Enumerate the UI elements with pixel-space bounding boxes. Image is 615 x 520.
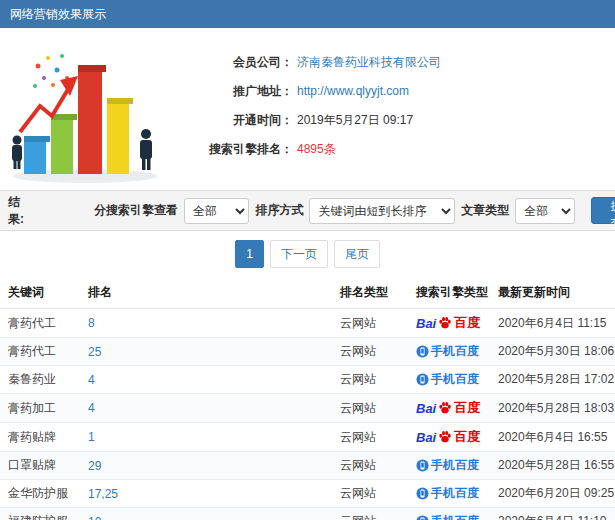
rank-cell: 8 xyxy=(80,309,332,338)
info-row-url: 推广地址： http://www.qlyyjt.com xyxy=(185,77,615,106)
table-row: 口罩贴牌 29 云网站 Bai 百度 xyxy=(0,452,615,480)
col-rank: 排名 xyxy=(80,277,332,309)
mobile-baidu-label: 手机百度 xyxy=(431,371,479,388)
rank-cell: 1 xyxy=(80,423,332,452)
updated-cell: 2020年5月28日 18:03 xyxy=(490,394,615,423)
mobile-baidu-label: 手机百度 xyxy=(431,457,479,474)
info-row-company: 会员公司： 济南秦鲁药业科技有限公司 xyxy=(185,48,615,77)
keyword-cell: 福建防护服 xyxy=(0,508,80,520)
phone-icon xyxy=(416,459,429,472)
mobile-baidu-label: 手机百度 xyxy=(431,513,479,520)
rank-cell: 25 xyxy=(80,338,332,366)
sort-filter-select[interactable]: 关键词由短到长排序 xyxy=(309,198,455,224)
rank-link[interactable]: 29 xyxy=(88,459,101,473)
page-title-bar: 网络营销效果展示 xyxy=(0,0,615,28)
engine-cell: Bai 百度 手机百度 xyxy=(408,394,490,423)
baidu-latin-text: Bai xyxy=(416,316,436,331)
next-page-button[interactable]: 下一页 xyxy=(270,240,328,268)
baidu-cn-text: 百度 xyxy=(454,428,480,446)
engine-cell: Bai 百度 手机百度 xyxy=(408,309,490,338)
phone-icon xyxy=(416,373,429,386)
rank-link[interactable]: 4 xyxy=(88,401,95,415)
engine-cell: Bai 百度 手机百度 xyxy=(408,423,490,452)
rank-type-cell: 云网站 xyxy=(332,423,408,452)
mobile-baidu-logo: 手机百度 xyxy=(416,457,479,474)
rank-cell: 29 xyxy=(80,452,332,480)
rank-type-cell: 云网站 xyxy=(332,309,408,338)
rank-type-cell: 云网站 xyxy=(332,366,408,394)
table-row: 膏药加工 4 云网站 Bai 百度 xyxy=(0,394,615,423)
rank-link[interactable]: 4 xyxy=(88,373,95,387)
engine-filter-select[interactable]: 全部 xyxy=(184,198,249,224)
member-info: 会员公司： 济南秦鲁药业科技有限公司 推广地址： http://www.qlyy… xyxy=(185,28,615,164)
baidu-paw-icon xyxy=(438,316,452,330)
filter-controls: 分搜索引擎查看 全部 排序方式 关键词由短到长排序 文章类型 全部 提交 xyxy=(94,197,615,224)
col-keyword: 关键词 xyxy=(0,277,80,309)
rank-type-cell: 云网站 xyxy=(332,508,408,520)
rank-type-cell: 云网站 xyxy=(332,480,408,508)
rank-cell: 17,25 xyxy=(80,480,332,508)
promo-url-link[interactable]: http://www.qlyyjt.com xyxy=(293,77,409,106)
info-row-engine-rank: 搜索引擎排名： 4895条 xyxy=(185,135,615,164)
baidu-latin-text: Bai xyxy=(416,430,436,445)
filter-bar: 结果: 分搜索引擎查看 全部 排序方式 关键词由短到长排序 文章类型 全部 提交 xyxy=(0,190,615,231)
rank-link[interactable]: 10 xyxy=(88,515,101,520)
hero-section: 会员公司： 济南秦鲁药业科技有限公司 推广地址： http://www.qlyy… xyxy=(0,28,615,190)
url-label: 推广地址： xyxy=(185,77,293,106)
rank-cell: 4 xyxy=(80,394,332,423)
page-current[interactable]: 1 xyxy=(235,240,264,268)
article-filter-label: 文章类型 xyxy=(461,202,509,219)
table-row: 金华防护服 17,25 云网站 Bai 百度 xyxy=(0,480,615,508)
keyword-cell: 秦鲁药业 xyxy=(0,366,80,394)
last-page-button[interactable]: 尾页 xyxy=(334,240,380,268)
result-label: 结果: xyxy=(8,194,24,228)
engine-filter-label: 分搜索引擎查看 xyxy=(94,202,178,219)
mobile-baidu-label: 手机百度 xyxy=(431,485,479,502)
col-rank-type: 排名类型 xyxy=(332,277,408,309)
page-title: 网络营销效果展示 xyxy=(10,7,106,21)
updated-cell: 2020年6月20日 09:25 xyxy=(490,480,615,508)
pagination: 1 下一页 尾页 xyxy=(0,231,615,277)
open-time-label: 开通时间： xyxy=(185,106,293,135)
rank-link[interactable]: 25 xyxy=(88,345,101,359)
updated-cell: 2020年5月30日 18:06 xyxy=(490,338,615,366)
mobile-baidu-logo: 手机百度 xyxy=(416,371,479,388)
baidu-cn-text: 百度 xyxy=(454,399,480,417)
rank-link[interactable]: 1 xyxy=(88,430,95,444)
phone-icon xyxy=(416,487,429,500)
open-time-value: 2019年5月27日 09:17 xyxy=(293,106,413,135)
baidu-paw-icon xyxy=(438,401,452,415)
baidu-logo: Bai 百度 xyxy=(416,399,480,417)
rank-link[interactable]: 17,25 xyxy=(88,487,118,501)
table-header-row: 关键词 排名 排名类型 搜索引擎类型 最新更新时间 xyxy=(0,277,615,309)
rank-link[interactable]: 8 xyxy=(88,316,95,330)
updated-cell: 2020年5月28日 16:55 xyxy=(490,452,615,480)
engine-rank-label: 搜索引擎排名： xyxy=(185,135,293,164)
engine-cell: Bai 百度 手机百度 xyxy=(408,452,490,480)
table-row: 福建防护服 10 云网站 Bai 百度 xyxy=(0,508,615,520)
engine-rank-count: 4895条 xyxy=(293,135,336,164)
company-link[interactable]: 济南秦鲁药业科技有限公司 xyxy=(293,48,441,77)
submit-button[interactable]: 提交 xyxy=(591,197,615,224)
engine-cell: Bai 百度 手机百度 xyxy=(408,338,490,366)
rank-type-cell: 云网站 xyxy=(332,394,408,423)
updated-cell: 2020年6月4日 11:10 xyxy=(490,508,615,520)
updated-cell: 2020年6月4日 11:15 xyxy=(490,309,615,338)
mobile-baidu-logo: 手机百度 xyxy=(416,343,479,360)
baidu-latin-text: Bai xyxy=(416,401,436,416)
phone-icon xyxy=(416,515,429,520)
table-row: 膏药代工 25 云网站 Bai 百度 xyxy=(0,338,615,366)
article-filter-select[interactable]: 全部 xyxy=(515,198,575,224)
table-row: 秦鲁药业 4 云网站 Bai 百度 xyxy=(0,366,615,394)
keyword-cell: 金华防护服 xyxy=(0,480,80,508)
updated-cell: 2020年5月28日 17:02 xyxy=(490,366,615,394)
baidu-paw-icon xyxy=(438,430,452,444)
engine-cell: Bai 百度 手机百度 xyxy=(408,508,490,520)
col-engine-type: 搜索引擎类型 xyxy=(408,277,490,309)
col-updated: 最新更新时间 xyxy=(490,277,615,309)
rank-cell: 4 xyxy=(80,366,332,394)
keyword-cell: 口罩贴牌 xyxy=(0,452,80,480)
baidu-cn-text: 百度 xyxy=(454,314,480,332)
table-row: 膏药代工 8 云网站 Bai 百度 xyxy=(0,309,615,338)
keyword-cell: 膏药代工 xyxy=(0,309,80,338)
